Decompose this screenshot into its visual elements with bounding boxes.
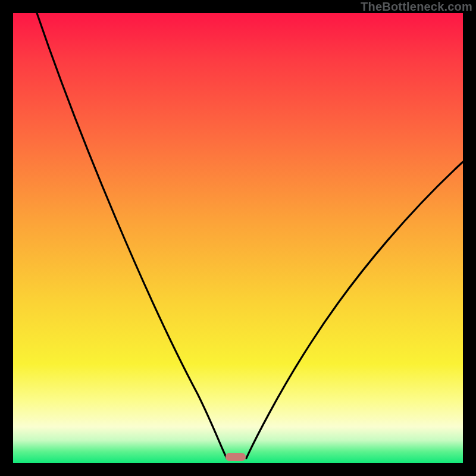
- bottleneck-curve: [13, 13, 463, 463]
- plot-area: [13, 13, 463, 463]
- chart-frame: TheBottleneck.com: [0, 0, 476, 476]
- optimum-marker: [226, 453, 246, 461]
- curve-right-branch: [246, 162, 463, 458]
- curve-left-branch: [37, 13, 227, 458]
- watermark-text: TheBottleneck.com: [361, 0, 472, 14]
